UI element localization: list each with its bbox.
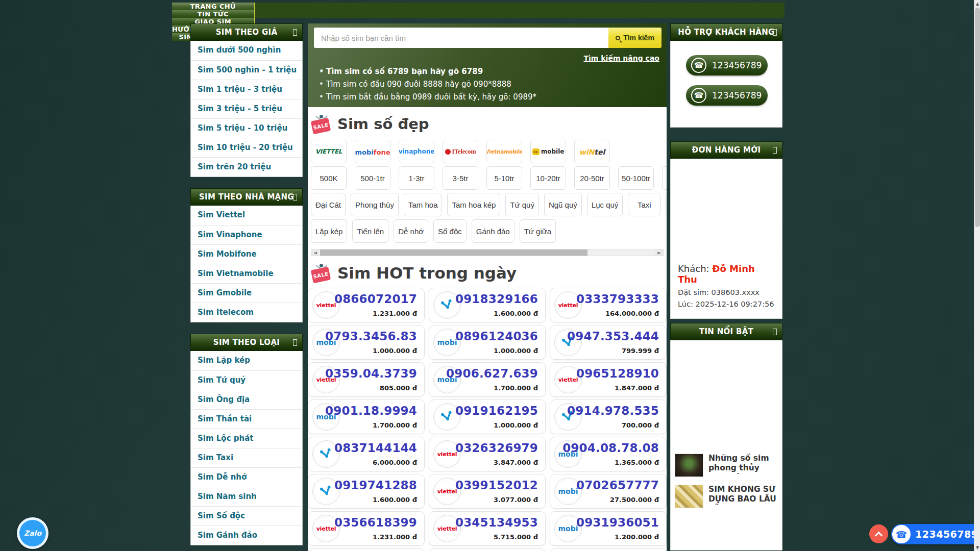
sim-card[interactable]: viettel 0399152012 3.077.000 đ bbox=[429, 474, 546, 509]
sim-card[interactable]: 0837144144 6.000.000 đ bbox=[308, 437, 425, 471]
sim-card[interactable]: viettel 0345134953 5.715.000 đ bbox=[429, 511, 546, 546]
support-phone-button[interactable]: ☎ 123456789 bbox=[686, 55, 768, 76]
scroll-up-arrow-icon[interactable]: ▲ bbox=[974, 0, 980, 7]
sidebar-item[interactable]: Sim 5 triệu - 10 triệu bbox=[191, 118, 302, 138]
type-filter-button[interactable]: Gánh đảo bbox=[472, 219, 514, 243]
price-filter-button[interactable]: 3-5tr bbox=[443, 166, 478, 190]
news-item[interactable]: Những số sim phong thủy cho mệnh Thổ... bbox=[675, 450, 778, 481]
carrier-filter-viettel[interactable]: VIETTEL bbox=[311, 140, 347, 163]
scroll-to-top-button[interactable] bbox=[869, 524, 888, 543]
sim-card[interactable]: viettel 0326326979 3.847.000 đ bbox=[429, 437, 546, 471]
sim-card[interactable]: mobi 0906.627.639 1.700.000 đ bbox=[429, 362, 546, 397]
price-filter-button[interactable]: 10-20tr bbox=[530, 166, 566, 190]
sidebar-item[interactable]: Sim Taxi bbox=[191, 448, 302, 467]
type-filter-button[interactable]: Tứ giữa bbox=[520, 219, 556, 243]
sidebar-item[interactable]: Sim Lộc phát bbox=[191, 429, 302, 448]
sidebar-item[interactable]: Sim Lặp kép bbox=[191, 351, 302, 370]
price-filter-button[interactable] bbox=[662, 166, 667, 190]
sidebar-item[interactable]: Sim 3 triệu - 5 triệu bbox=[191, 99, 302, 118]
scroll-left-arrow-icon[interactable]: ◄ bbox=[311, 249, 319, 256]
carrier-filter-wintel[interactable]: wiNtel bbox=[574, 140, 610, 163]
sidebar-item[interactable]: Sim 10 triệu - 20 triệu bbox=[191, 138, 302, 157]
carrier-filter-itelecom[interactable]: ITelecom bbox=[443, 140, 478, 163]
sim-card[interactable]: mobi 0931936047 bbox=[550, 548, 667, 551]
news-item[interactable]: SIM KHÔNG SỬ DỤNG BAO LÂU SẼ BỊ THU... bbox=[675, 481, 778, 512]
sidebar-item[interactable]: Sim Gánh đảo bbox=[191, 525, 302, 545]
sim-card[interactable]: mobi 0793.3456.83 1.000.000 đ bbox=[308, 325, 425, 360]
sim-card[interactable]: 0919741288 1.600.000 đ bbox=[308, 474, 425, 509]
price-filter-button[interactable]: 20-50tr bbox=[574, 166, 610, 190]
type-filter-button[interactable]: Tứ quý bbox=[505, 193, 539, 216]
support-phone-button[interactable]: ☎ 123456789 bbox=[686, 85, 768, 106]
sim-card[interactable]: viettel 0333793333 164.000.000 đ bbox=[550, 288, 667, 322]
sidebar-item[interactable]: Sim Mobifone bbox=[191, 244, 302, 264]
type-filter-button[interactable]: Phong thủy bbox=[351, 193, 399, 216]
sidebar-item[interactable]: Sim dưới 500 nghìn bbox=[191, 41, 302, 60]
sidebar-item[interactable]: Sim Viettel bbox=[191, 206, 302, 225]
horizontal-scrollbar-thumb[interactable] bbox=[320, 249, 587, 256]
type-filter-button[interactable]: Taxi bbox=[628, 193, 660, 216]
vertical-scrollbar-thumb[interactable] bbox=[975, 8, 980, 227]
price-filter-button[interactable]: 500-1tr bbox=[355, 166, 390, 190]
type-filter-button[interactable]: Ngũ quý bbox=[544, 193, 582, 216]
sidebar-item[interactable]: Sim trên 20 triệu bbox=[191, 157, 302, 177]
nav-item[interactable]: TRANG CHỦ bbox=[172, 3, 255, 10]
scroll-down-arrow-icon[interactable]: ▼ bbox=[974, 544, 980, 551]
sim-card[interactable]: mobi 0901.18.9994 1.700.000 đ bbox=[308, 399, 425, 434]
carrier-filter-vinaphone[interactable]: vinaphone bbox=[399, 140, 434, 163]
sidebar-item[interactable]: Sim Itelecom bbox=[191, 303, 302, 322]
price-filter-button[interactable]: 500K bbox=[311, 166, 347, 190]
section-title-beautiful: SALE Sim số đẹp bbox=[311, 114, 667, 134]
sidebar-item[interactable]: Sim Vietnamobile bbox=[191, 264, 302, 283]
type-filter-button[interactable]: Lộc phát bbox=[666, 193, 667, 216]
sim-card[interactable]: 0919162195 1.000.000 đ bbox=[429, 399, 546, 434]
type-filter-button[interactable]: Tam hoa kép bbox=[447, 193, 500, 216]
type-filter-button[interactable]: Số độc bbox=[433, 219, 467, 243]
sim-card[interactable]: 0914.978.535 700.000 đ bbox=[550, 399, 667, 434]
scroll-right-arrow-icon[interactable]: ► bbox=[655, 249, 663, 256]
sim-card[interactable]: viettel 0965128910 1.847.000 đ bbox=[550, 362, 667, 397]
sim-card[interactable]: mobi 0931936044 bbox=[429, 548, 546, 551]
sim-card[interactable]: mobi 0904.08.78.08 1.365.000 đ bbox=[550, 437, 667, 471]
nav-item[interactable]: TIN TỨC bbox=[172, 10, 255, 18]
type-filter-button[interactable]: Tiến lên bbox=[352, 219, 388, 243]
price-filter-button[interactable]: 50-100tr bbox=[618, 166, 654, 190]
sim-card[interactable]: viettel 0356618399 1.231.000 đ bbox=[308, 511, 425, 546]
horizontal-scrollbar[interactable]: ◄ ► bbox=[311, 249, 664, 256]
sidebar-item[interactable]: Sim 500 nghìn - 1 triệu bbox=[191, 60, 302, 80]
sim-card[interactable]: 0837924567 bbox=[308, 548, 425, 551]
call-hotline-button[interactable]: ☎ 123456789 bbox=[891, 524, 980, 544]
type-filter-button[interactable]: Đại Cát bbox=[311, 193, 346, 216]
vietnamobile-logo: Vietnamobile bbox=[486, 149, 522, 155]
sidebar-item[interactable]: Sim Vinaphone bbox=[191, 225, 302, 244]
sim-card[interactable]: mobi 0931936051 1.200.000 đ bbox=[550, 511, 667, 546]
type-filter-button[interactable]: Lục quý bbox=[587, 193, 623, 216]
sim-card[interactable]: viettel 0866072017 1.231.000 đ bbox=[308, 288, 425, 322]
sim-card[interactable]: 0947.353.444 799.999 đ bbox=[550, 325, 667, 360]
search-input[interactable] bbox=[314, 28, 608, 48]
advanced-search-link[interactable]: Tìm kiếm nâng cao bbox=[583, 54, 659, 62]
sidebar-item[interactable]: Sim Số độc bbox=[191, 506, 302, 525]
sidebar-item[interactable]: Sim Năm sinh bbox=[191, 487, 302, 506]
sidebar-item[interactable]: Sim Ông địa bbox=[191, 390, 302, 409]
type-filter-button[interactable]: Dễ nhớ bbox=[394, 219, 428, 243]
sidebar-item[interactable]: Sim Dễ nhớ bbox=[191, 467, 302, 487]
type-filter-button[interactable]: Lặp kép bbox=[311, 219, 347, 243]
carrier-filter-gmobile[interactable]: ‹›mobile bbox=[530, 140, 566, 163]
carrier-filter-mobifone[interactable]: mobifone bbox=[355, 140, 390, 163]
price-filter-button[interactable]: 5-10tr bbox=[486, 166, 522, 190]
sim-card[interactable]: viettel 0359.04.3739 805.000 đ bbox=[308, 362, 425, 397]
sim-card[interactable]: mobi 0896124036 1.000.000 đ bbox=[429, 325, 546, 360]
sidebar-item[interactable]: Sim Thần tài bbox=[191, 409, 302, 429]
sim-card[interactable]: mobi 0702657777 27.500.000 đ bbox=[550, 474, 667, 509]
search-button[interactable]: Tìm kiếm bbox=[608, 28, 662, 48]
type-filter-button[interactable]: Tam hoa bbox=[404, 193, 443, 216]
sidebar-item[interactable]: Sim Tứ quý bbox=[191, 370, 302, 390]
price-filter-button[interactable]: 1-3tr bbox=[399, 166, 434, 190]
vertical-scrollbar[interactable]: ▲ ▼ bbox=[974, 0, 980, 551]
zalo-chat-button[interactable]: Zalo bbox=[17, 517, 48, 549]
sim-card[interactable]: 0918329166 1.600.000 đ bbox=[429, 288, 546, 322]
carrier-filter-vietnamobile[interactable]: Vietnamobile bbox=[486, 140, 522, 163]
sidebar-item[interactable]: Sim Gmobile bbox=[191, 283, 302, 303]
sidebar-item[interactable]: Sim 1 triệu - 3 triệu bbox=[191, 80, 302, 99]
